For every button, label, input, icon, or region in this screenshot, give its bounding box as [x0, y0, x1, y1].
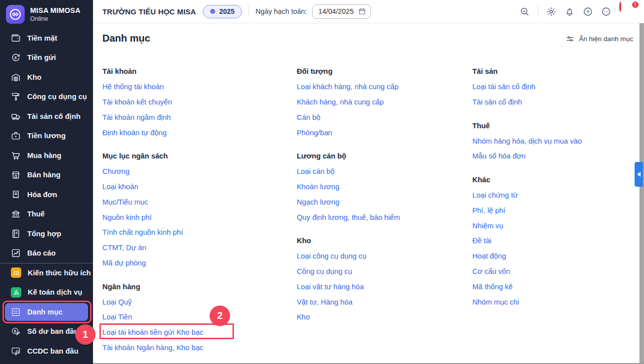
step2-badge: 2 [210, 306, 230, 326]
category-link[interactable]: Công cụ dụng cụ [297, 264, 467, 279]
sidebar-item-label: Mua hàng [27, 152, 61, 159]
svg-text:$: $ [14, 329, 16, 333]
sidebar-item-tools[interactable]: Công cụ dụng cụ [0, 87, 93, 107]
category-link[interactable]: Đề tài [472, 233, 638, 249]
sidebar-item-deposit[interactable]: $Tiền gửi [0, 48, 93, 68]
user-avatar[interactable]: ! [619, 2, 637, 20]
category-section: Lương cán bộLoại cán bộKhoản lươngNgạch … [297, 149, 467, 225]
category-link[interactable]: Tài sản cố định [472, 95, 638, 110]
category-link[interactable]: Hệ thống tài khoản [102, 79, 290, 95]
more-icon[interactable] [601, 6, 611, 17]
category-link[interactable]: Phòng/ban [297, 125, 467, 140]
category-link[interactable]: Tài khoản ngầm định [102, 109, 290, 125]
invoice-icon [11, 190, 21, 200]
sidebar-item-warehouse[interactable]: Kho [0, 67, 93, 87]
sidebar: MISA MIMOSA Online Tiền mặt$Tiền gửiKhoC… [0, 0, 93, 364]
category-link[interactable]: Định khoản tự động [102, 125, 290, 140]
category-link[interactable]: CTMT, Dự án [102, 240, 290, 256]
posting-date-label: Ngày hạch toán: [255, 7, 307, 15]
category-link[interactable]: Cơ cấu vốn [472, 264, 638, 279]
category-link[interactable]: Nhóm mục chi [472, 294, 638, 310]
category-link[interactable]: Mẫu số hóa đơn [472, 149, 638, 164]
misa-logo-icon [6, 5, 25, 24]
sidebar-item-sales[interactable]: Bán hàng [0, 165, 93, 185]
brand[interactable]: MISA MIMOSA Online [0, 0, 93, 28]
help-icon[interactable]: ? [583, 6, 593, 17]
category-link[interactable]: Tài khoản kết chuyển [102, 95, 290, 110]
category-link[interactable]: Nguồn kinh phí [102, 209, 290, 225]
category-link[interactable]: Khoản lương [297, 179, 467, 195]
category-link[interactable]: Vật tư, Hàng hóa [297, 294, 467, 310]
collapse-panel-tab[interactable] [635, 162, 643, 187]
section-title: Đối tượng [297, 64, 467, 79]
category-link[interactable]: Cán bộ [297, 109, 467, 125]
category-link[interactable]: Hoạt động [472, 249, 638, 264]
svg-text:$: $ [14, 55, 17, 60]
category-link[interactable]: Khách hàng, nhà cung cấp [297, 95, 467, 110]
sidebar-item-truck[interactable]: Tài sản cố định [0, 106, 93, 126]
scrollbar[interactable] [640, 23, 644, 364]
service-icon [11, 287, 21, 298]
gear-icon[interactable] [546, 6, 556, 17]
sidebar-item-salary[interactable]: Tiền lương [0, 126, 93, 146]
category-link[interactable]: Loại công cụ dụng cụ [297, 249, 467, 264]
category-link[interactable]: Kho [297, 310, 467, 325]
category-link[interactable]: Mã thống kê [472, 279, 638, 294]
category-link[interactable]: Nhiệm vụ [472, 218, 638, 233]
category-link[interactable]: Phí, lệ phí [472, 203, 638, 218]
toggle-categories-button[interactable]: Ẩn hiện danh mục [566, 35, 633, 43]
sidebar-item-purchase[interactable]: Mua hàng [0, 146, 93, 165]
category-link[interactable]: Quy định lương, thuế, bảo hiểm [297, 209, 467, 225]
category-section: ThuếNhóm hàng hóa, dịch vụ mua vàoMẫu số… [472, 118, 638, 163]
sidebar-item-label: Kiến thức hữu ích [28, 269, 91, 277]
sidebar-item-service[interactable]: Kế toán dịch vụ [0, 283, 93, 303]
category-section: KhácLoại chứng từPhí, lệ phíNhiệm vụĐề t… [472, 172, 638, 310]
category-link[interactable]: Loại tài sản cố định [472, 79, 638, 95]
balance-icon: $ [11, 326, 21, 336]
posting-date-input[interactable]: 14/04/2025 [312, 4, 371, 19]
page-title: Danh mục [102, 33, 150, 44]
sidebar-item-tax[interactable]: Thuế [0, 205, 93, 224]
sidebar-item-label: Số dư ban đầu [27, 327, 79, 335]
tools-icon [11, 92, 21, 102]
sidebar-item-label: Kho [27, 73, 42, 81]
category-link[interactable]: Mã dự phòng [102, 256, 290, 271]
search-icon[interactable] [519, 6, 530, 17]
sidebar-item-monitor[interactable]: CCDC ban đầu [0, 341, 93, 361]
category-link[interactable]: Chương [102, 164, 290, 179]
section-title: Lương cán bộ [297, 149, 467, 164]
bell-icon[interactable] [564, 6, 575, 17]
category-link[interactable]: Loại tài khoản tiền gửi Kho bạc [102, 325, 290, 340]
category-column-1: Tài khoảnHệ thống tài khoảnTài khoản kết… [102, 64, 290, 364]
category-section: Ngân hàngLoại QuỹLoại TiềnLoại tài khoản… [102, 279, 290, 355]
category-column-2: Đối tượngLoại khách hàng, nhà cung cấpKh… [297, 64, 467, 333]
category-section: KhoLoại công cụ dụng cụCông cụ dụng cụLo… [297, 233, 467, 325]
category-link[interactable]: Loại vật tư hàng hóa [297, 279, 467, 294]
category-link[interactable]: Loại Quỹ [102, 294, 290, 310]
sidebar-item-report[interactable]: Báo cáo [0, 244, 93, 263]
category-link[interactable]: Loại khoản [102, 179, 290, 195]
fiscal-year-badge[interactable]: 2025 [203, 5, 242, 18]
category-link[interactable]: Mục/Tiểu mục [102, 194, 290, 209]
sidebar-item-category[interactable]: Danh mục [5, 303, 88, 321]
sidebar-item-general[interactable]: Tổng hợp [0, 224, 93, 244]
category-link[interactable]: Tính chất nguồn kinh phí [102, 225, 290, 240]
category-link[interactable]: Loại Tiền [102, 310, 290, 325]
category-link[interactable]: Loại cán bộ [297, 164, 467, 179]
category-link[interactable]: Tài khoản Ngân hàng, Kho bạc [102, 340, 290, 356]
sidebar-divider [0, 263, 93, 263]
header-divider [248, 6, 249, 17]
category-link[interactable]: Nhóm hàng hóa, dịch vụ mua vào [472, 133, 638, 149]
category-link[interactable]: Loại chứng từ [472, 188, 638, 203]
sidebar-item-knowledge[interactable]: Kiến thức hữu ích [0, 263, 93, 283]
sidebar-item-label: Tổng hợp [27, 230, 61, 238]
category-link[interactable]: Ngạch lương [297, 194, 467, 209]
category-section: Đối tượngLoại khách hàng, nhà cung cấpKh… [297, 64, 467, 140]
sales-icon [11, 170, 21, 180]
sidebar-item-label: Kế toán dịch vụ [28, 288, 82, 296]
sidebar-item-invoice[interactable]: Hóa đơn [0, 185, 93, 205]
section-title: Khác [472, 172, 638, 188]
category-link[interactable]: Loại khách hàng, nhà cung cấp [297, 79, 467, 95]
truck-icon [11, 111, 21, 121]
sidebar-item-cash[interactable]: Tiền mặt [0, 28, 93, 48]
